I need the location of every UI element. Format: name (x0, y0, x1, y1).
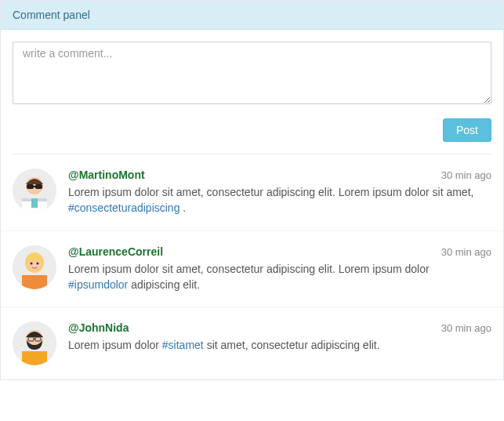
svg-rect-3 (31, 198, 38, 208)
comment-body: @JohnNida30 min agoLorem ipsum dolor #si… (68, 321, 491, 365)
avatar (13, 321, 56, 365)
composer-actions: Post (13, 118, 491, 142)
username-link[interactable]: @LaurenceCorreil (68, 245, 163, 258)
text-after: sit amet, consectetur adipiscing elit. (204, 339, 380, 351)
text-before: Lorem ipsum dolor sit amet, consectetur … (68, 263, 430, 275)
comment-item: @JohnNida30 min agoLorem ipsum dolor #si… (1, 307, 503, 379)
hashtag-link[interactable]: #ipsumdolor (68, 278, 128, 291)
svg-rect-7 (34, 186, 35, 187)
hashtag-link[interactable]: #consecteturadipiscing (68, 201, 179, 214)
comment-input[interactable] (13, 42, 491, 104)
panel-body: Post (1, 30, 503, 154)
comment-text: Lorem ipsum dolor sit amet, consectetur … (68, 261, 491, 293)
comment-text: Lorem ipsum dolor #sitamet sit amet, con… (68, 337, 491, 353)
timestamp: 30 min ago (441, 246, 491, 258)
post-button[interactable]: Post (443, 118, 491, 142)
text-after: adipiscing elit. (128, 278, 200, 291)
svg-rect-16 (22, 351, 47, 365)
comment-heading: @LaurenceCorreil30 min ago (68, 245, 491, 258)
svg-point-13 (31, 262, 33, 264)
comment-item: @MartinoMont30 min agoLorem ipsum dolor … (1, 154, 503, 231)
svg-rect-6 (35, 184, 42, 189)
text-after: . (179, 201, 186, 214)
avatar (13, 245, 56, 289)
comment-heading: @JohnNida30 min ago (68, 321, 491, 334)
timestamp: 30 min ago (441, 322, 491, 334)
avatar (13, 169, 56, 212)
svg-point-14 (37, 262, 39, 264)
hashtag-link[interactable]: #sitamet (162, 339, 204, 351)
username-link[interactable]: @JohnNida (68, 321, 129, 334)
comment-text: Lorem ipsum dolor sit amet, consectetur … (68, 184, 491, 216)
svg-rect-5 (27, 184, 34, 189)
username-link[interactable]: @MartinoMont (68, 169, 145, 181)
svg-rect-9 (22, 275, 47, 289)
comment-item: @LaurenceCorreil30 min agoLorem ipsum do… (1, 231, 503, 308)
comment-panel: Comment panel Post @MartinoMont30 min ag… (0, 0, 504, 380)
comment-list: @MartinoMont30 min agoLorem ipsum dolor … (1, 154, 503, 379)
svg-rect-12 (27, 256, 42, 261)
comment-body: @MartinoMont30 min agoLorem ipsum dolor … (68, 169, 491, 216)
text-before: Lorem ipsum dolor sit amet, consectetur … (68, 186, 473, 198)
comment-heading: @MartinoMont30 min ago (68, 169, 491, 181)
text-before: Lorem ipsum dolor (68, 339, 162, 351)
panel-title: Comment panel (1, 1, 503, 30)
timestamp: 30 min ago (441, 169, 491, 181)
comment-body: @LaurenceCorreil30 min agoLorem ipsum do… (68, 245, 491, 293)
